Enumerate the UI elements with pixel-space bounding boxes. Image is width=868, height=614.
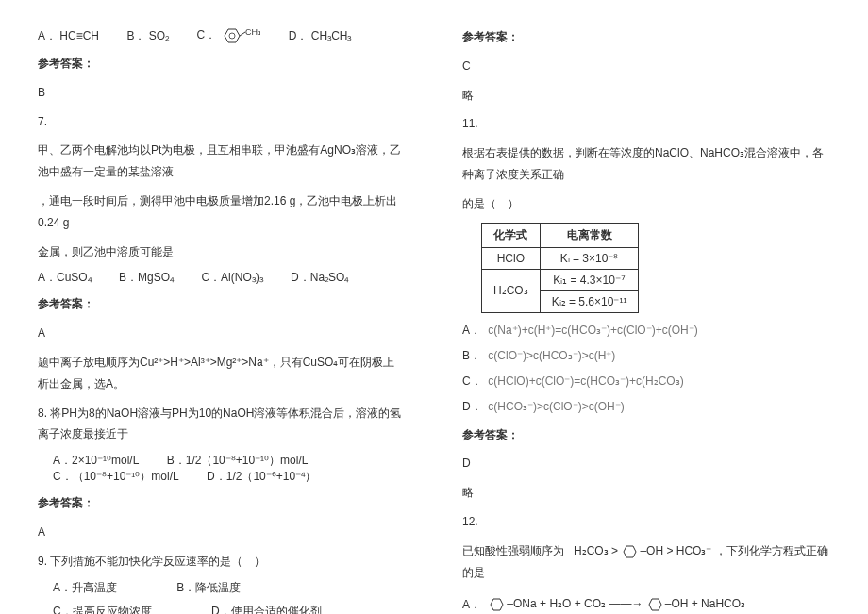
q8-answer: A: [38, 522, 406, 543]
q12-oh: –OH: [640, 544, 663, 557]
opt-text: c(ClO⁻)>c(HCO₃⁻)>c(H⁺): [488, 349, 615, 362]
q9-options-1: A．升高温度 B．降低温度: [53, 580, 406, 596]
q10-explain: 略: [462, 85, 830, 107]
cell-h2co3-k2: Kᵢ₂ = 5.6×10⁻¹¹: [540, 290, 639, 312]
q11-body2: 的是（ ）: [462, 193, 830, 215]
cell-h2co3-k1: Kᵢ₁ = 4.3×10⁻⁷: [540, 269, 639, 290]
opt-label: A．: [38, 29, 57, 42]
right-column: 参考答案： C 略 11. 根据右表提供的数据，判断在等浓度的NaClO、NaH…: [462, 19, 830, 614]
q12-h2co3: H₂CO₃ >: [574, 544, 618, 557]
left-column: A． HC≡CH B． SO₂ C． CH₃ D． CH₃CH₃: [38, 19, 406, 614]
phenoxide-icon: [488, 596, 507, 613]
q11-answer: D: [462, 453, 830, 474]
svg-text:CH₃: CH₃: [245, 27, 260, 37]
q8-options: A．2×10⁻¹⁰mol/L B．1/2（10⁻⁸+10⁻¹⁰）mol/L C．…: [53, 453, 406, 485]
table-row: H₂CO₃ Kᵢ₁ = 4.3×10⁻⁷: [482, 269, 639, 290]
q7-body1: 甲、乙两个电解池均以Pt为电极，且互相串联，甲池盛有AgNO₃溶液，乙池中盛有一…: [38, 140, 406, 183]
q7-explain: 题中离子放电顺序为Cu²⁺>H⁺>Al³⁺>Mg²⁺>Na⁺，只有CuSO₄可在…: [38, 352, 406, 395]
q8-opt-d: D．1/2（10⁻⁶+10⁻⁴）: [207, 469, 316, 485]
opt-label: C．: [196, 28, 216, 41]
q11-num: 11.: [462, 113, 830, 135]
opt-text: CH₃CH₃: [311, 29, 352, 42]
q7-opt-c: C．Al(NO₃)₃: [201, 270, 262, 286]
table-row: HClO Kᵢ = 3×10⁻⁸: [482, 247, 639, 269]
svg-point-1: [229, 33, 235, 39]
q12-body: 已知酸性强弱顺序为 H₂CO₃ > –OH > HCO₃⁻ ，下列化学方程式正确…: [462, 540, 830, 584]
cell-hclo-k: Kᵢ = 3×10⁻⁸: [540, 247, 639, 269]
q7-body3: 金属，则乙池中溶质可能是: [38, 241, 406, 263]
q6-opt-a: A． HC≡CH: [38, 28, 99, 44]
q9-opt-c: C．提高反应物浓度: [53, 604, 152, 614]
q9-body: 下列措施不能加快化学反应速率的是（ ）: [50, 555, 265, 568]
q7-opt-d: D．Na₂SO₄: [291, 270, 348, 286]
q9-row: 9. 下列措施不能加快化学反应速率的是（ ）: [38, 551, 406, 573]
q12a-oh: –OH: [665, 598, 689, 611]
q6-opt-d: D． CH₃CH₃: [289, 28, 352, 44]
th-constant: 电离常数: [540, 223, 639, 247]
q7-answer: A: [38, 323, 406, 344]
q11-opt-d: D． c(HCO₃⁻)>c(ClO⁻)>c(OH⁻): [462, 399, 830, 415]
q8-opt-a: A．2×10⁻¹⁰mol/L: [53, 453, 139, 469]
q12-body-pre: 已知酸性强弱顺序为: [462, 544, 564, 557]
q7-opt-b: B．MgSO₄: [119, 270, 174, 286]
q7-body2: ，通电一段时间后，测得甲池中电极质量增加2.16 g，乙池中电极上析出0.24 …: [38, 191, 406, 234]
ionization-constants-table: 化学式 电离常数 HClO Kᵢ = 3×10⁻⁸ H₂CO₃ Kᵢ₁ = 4.…: [481, 223, 639, 313]
q9-opt-b: B．降低温度: [176, 580, 241, 596]
opt-label: B．: [462, 348, 485, 364]
q12a-end: + NaHCO₃: [692, 598, 745, 611]
q10-answer-label: 参考答案：: [462, 26, 830, 48]
q11-opt-b: B． c(ClO⁻)>c(HCO₃⁻)>c(H⁺): [462, 348, 830, 364]
svg-marker-6: [649, 599, 661, 610]
cell-hclo: HClO: [482, 247, 541, 269]
q9-opt-d: D．使用合适的催化剂: [211, 604, 322, 614]
q8-body: 将PH为8的NaOH溶液与PH为10的NaOH溶液等体积混合后，溶液的氢离子浓度…: [38, 407, 401, 441]
q12a-ona: –ONa: [507, 598, 536, 611]
q9-num: 9.: [38, 555, 47, 568]
q12-opt-a: A． –ONa + H₂O + CO₂ ——→ –OH + NaHCO₃: [462, 596, 830, 613]
q10-answer: C: [462, 56, 830, 77]
phenol-icon: [646, 596, 665, 613]
q7-num: 7.: [38, 111, 406, 133]
q11-explain: 略: [462, 482, 830, 504]
q11-answer-label: 参考答案：: [462, 424, 830, 446]
svg-marker-0: [225, 29, 240, 42]
opt-text: SO₂: [149, 29, 169, 42]
q8-opt-c: C．（10⁻⁸+10⁻¹⁰）mol/L: [53, 469, 179, 485]
q6-answer: B: [38, 82, 406, 104]
q11-body1: 根据右表提供的数据，判断在等浓度的NaClO、NaHCO₃混合溶液中，各种离子浓…: [462, 142, 830, 186]
opt-text: HC≡CH: [59, 29, 99, 42]
q11-opt-c: C． c(HClO)+c(ClO⁻)=c(HCO₃⁻)+c(H₂CO₃): [462, 373, 830, 390]
q12a-plus: + H₂O + CO₂ ——→: [540, 598, 646, 611]
svg-marker-5: [491, 599, 503, 610]
opt-label: B．: [126, 29, 145, 42]
phenol-icon: [621, 543, 640, 560]
q6-options: A． HC≡CH B． SO₂ C． CH₃ D． CH₃CH₃: [38, 26, 406, 45]
opt-label: D．: [289, 29, 309, 42]
q9-opt-a: A．升高温度: [53, 580, 117, 596]
opt-text: c(HCO₃⁻)>c(ClO⁻)>c(OH⁻): [488, 400, 624, 413]
opt-label: C．: [462, 373, 485, 390]
q7-opt-a: A．CuSO₄: [38, 270, 92, 286]
q12-num: 12.: [462, 511, 830, 533]
benzene-ch3-icon: CH₃: [219, 26, 260, 45]
q9-options-2: C．提高反应物浓度 D．使用合适的催化剂: [53, 604, 406, 614]
q7-options: A．CuSO₄ B．MgSO₄ C．Al(NO₃)₃ D．Na₂SO₄: [38, 270, 406, 286]
opt-label: A．: [462, 323, 485, 339]
q6-opt-c: C． CH₃: [196, 26, 260, 45]
q12-gt-hco3: > HCO₃⁻: [666, 544, 711, 557]
q11-opt-a: A． c(Na⁺)+c(H⁺)=c(HCO₃⁻)+c(ClO⁻)+c(OH⁻): [462, 323, 830, 339]
opt-label: D．: [462, 399, 485, 415]
q6-answer-label: 参考答案：: [38, 53, 406, 75]
th-formula: 化学式: [482, 223, 541, 247]
q8-opt-b: B．1/2（10⁻⁸+10⁻¹⁰）mol/L: [167, 453, 309, 469]
q6-opt-b: B． SO₂: [126, 28, 169, 44]
q8-num: 8.: [38, 407, 47, 420]
table-row: 化学式 电离常数: [482, 223, 639, 247]
cell-h2co3: H₂CO₃: [482, 269, 541, 312]
q8-answer-label: 参考答案：: [38, 492, 406, 514]
opt-text: c(HClO)+c(ClO⁻)=c(HCO₃⁻)+c(H₂CO₃): [488, 374, 683, 388]
opt-label: A．: [462, 597, 485, 613]
q7-answer-label: 参考答案：: [38, 293, 406, 315]
opt-text: c(Na⁺)+c(H⁺)=c(HCO₃⁻)+c(ClO⁻)+c(OH⁻): [488, 324, 697, 337]
q8-row: 8. 将PH为8的NaOH溶液与PH为10的NaOH溶液等体积混合后，溶液的氢离…: [38, 403, 406, 446]
